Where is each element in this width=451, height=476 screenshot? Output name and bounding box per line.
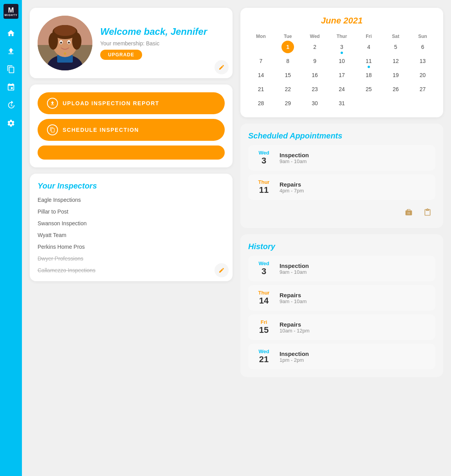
appointment-info: Repairs 9am - 10am (280, 292, 307, 304)
history-list: Wed 3 Inspection 9am - 10am Thur 14 Repa… (248, 256, 435, 369)
welcome-text: Welcome back, Jennifer (100, 26, 207, 37)
history-title: History (248, 242, 435, 251)
sidebar: M MIGHTY (0, 0, 22, 476)
calendar-day[interactable]: 12 (390, 55, 402, 67)
appointment-date: Fri 15 (254, 319, 273, 335)
calendar-day[interactable]: 27 (417, 83, 429, 95)
calendar-day[interactable]: 3 (336, 41, 348, 53)
appointment-time: 10am - 12pm (280, 328, 310, 334)
sidebar-item-copy[interactable] (4, 62, 18, 77)
inspector-item: Perkins Home Pros (38, 244, 225, 250)
calendar-day[interactable]: 24 (336, 83, 348, 95)
svg-point-7 (49, 32, 58, 50)
appointment-item: Thur 11 Repairs 4pm - 7pm (248, 174, 435, 200)
calendar-day[interactable]: 11 (363, 55, 375, 67)
calendar-day[interactable]: 8 (281, 55, 294, 67)
calendar-day[interactable]: 5 (390, 41, 402, 53)
upload-arrow-icon (50, 101, 55, 106)
calendar-day[interactable]: 10 (336, 55, 348, 67)
calendar-day[interactable]: 13 (417, 55, 429, 67)
clipboard-icon (50, 127, 55, 133)
sidebar-item-calendar[interactable] (4, 80, 18, 95)
clipboard-button[interactable] (420, 205, 435, 220)
appointment-day-num: 3 (254, 266, 273, 277)
avatar (38, 16, 92, 70)
calendar-day[interactable]: 9 (308, 55, 321, 67)
calendar-day[interactable]: 23 (308, 83, 321, 95)
scheduled-appointments-section: Scheduled Appointments Wed 3 Inspection … (240, 124, 443, 228)
upload-inspection-button[interactable]: UPLOAD INSPECTION REPORT (38, 92, 225, 114)
sidebar-item-upload[interactable] (4, 44, 18, 59)
appointment-day-num: 15 (254, 325, 273, 335)
left-column: Welcome back, Jennifer Your membership: … (30, 8, 233, 468)
svg-point-13 (68, 42, 70, 44)
calendar-header: Wed (302, 32, 328, 41)
sidebar-item-home[interactable] (4, 26, 18, 41)
scheduled-appointment-list: Wed 3 Inspection 9am - 10am Thur 11 Repa… (248, 145, 435, 200)
appointment-type: Inspection (280, 262, 309, 269)
sidebar-logo: M MIGHTY (4, 4, 18, 19)
clipboard-action-icon (424, 208, 431, 216)
appointment-item: Thur 14 Repairs 9am - 10am (248, 285, 435, 311)
calendar-day[interactable]: 14 (254, 69, 267, 81)
appointment-day-name: Thur (254, 179, 273, 185)
calendar-day (390, 97, 402, 110)
appointment-item: Wed 3 Inspection 9am - 10am (248, 145, 435, 171)
appointment-time: 9am - 10am (280, 269, 309, 275)
schedule-inspection-button[interactable]: SCHEDULE INSPECTION (38, 119, 225, 141)
calendar-days: 1234567891011121314151617181920212223242… (248, 41, 435, 110)
calendar-day[interactable]: 25 (363, 83, 375, 95)
calendar-header: Sat (383, 32, 408, 41)
appointment-day-name: Wed (254, 348, 273, 354)
main-content: Welcome back, Jennifer Your membership: … (22, 0, 451, 476)
inspectors-edit-button[interactable] (215, 263, 229, 277)
upload-btn-icon (47, 98, 58, 109)
sidebar-item-history[interactable] (4, 98, 18, 113)
sidebar-item-settings[interactable] (4, 116, 18, 131)
appointment-day-name: Wed (254, 260, 273, 266)
appointment-time: 4pm - 7pm (280, 188, 304, 194)
logo-m-letter: M (8, 7, 14, 14)
calendar-day[interactable]: 16 (308, 69, 321, 81)
calendar-card: June 2021 MonTueWedThurFriSatSun 1234567… (240, 8, 443, 117)
calendar-day[interactable]: 28 (254, 97, 267, 110)
calendar-day[interactable]: 7 (254, 55, 267, 67)
membership-text: Your membership: Basic (100, 40, 207, 47)
appointment-date: Wed 21 (254, 348, 273, 365)
svg-point-14 (64, 52, 66, 55)
calendar-day[interactable]: 6 (417, 41, 429, 53)
calendar-day[interactable]: 17 (336, 69, 348, 81)
calendar-day[interactable]: 22 (281, 83, 294, 95)
profile-edit-button[interactable] (215, 60, 229, 74)
calendar-day[interactable]: 18 (363, 69, 375, 81)
calendar-day[interactable]: 1 (281, 41, 294, 53)
briefcase-button[interactable] (401, 205, 417, 220)
calendar-day[interactable]: 19 (390, 69, 402, 81)
appointment-info: Inspection 9am - 10am (280, 262, 309, 275)
extra-action-button[interactable] (38, 145, 225, 160)
appointment-day-num: 14 (254, 296, 273, 306)
calendar-day[interactable]: 4 (363, 41, 375, 53)
logo-text: MIGHTY (4, 14, 17, 16)
appointment-type: Repairs (280, 321, 310, 328)
calendar-day[interactable]: 21 (254, 83, 267, 95)
calendar-header: Fri (356, 32, 381, 41)
calendar-day[interactable]: 20 (417, 69, 429, 81)
calendar-day[interactable]: 2 (308, 41, 321, 53)
calendar-day (417, 97, 429, 110)
schedule-btn-icon (47, 124, 58, 135)
upgrade-button[interactable]: UPGRADE (100, 50, 142, 60)
calendar-day[interactable]: 26 (390, 83, 402, 95)
appointment-type: Repairs (280, 181, 304, 188)
appointment-item: Wed 21 Inspection 1pm - 2pm (248, 344, 435, 369)
inspector-item: Callamezzo Inspections (38, 267, 225, 273)
profile-card: Welcome back, Jennifer Your membership: … (30, 8, 233, 78)
calendar-day[interactable]: 29 (281, 97, 294, 110)
calendar-day[interactable]: 15 (281, 69, 294, 81)
history-section: History Wed 3 Inspection 9am - 10am Thur… (240, 234, 443, 377)
appointment-day-name: Wed (254, 150, 273, 156)
inspector-item: Wyatt Team (38, 232, 225, 238)
calendar-day[interactable]: 31 (336, 97, 348, 110)
calendar-day[interactable]: 30 (308, 97, 321, 110)
appointment-item: Fri 15 Repairs 10am - 12pm (248, 314, 435, 340)
